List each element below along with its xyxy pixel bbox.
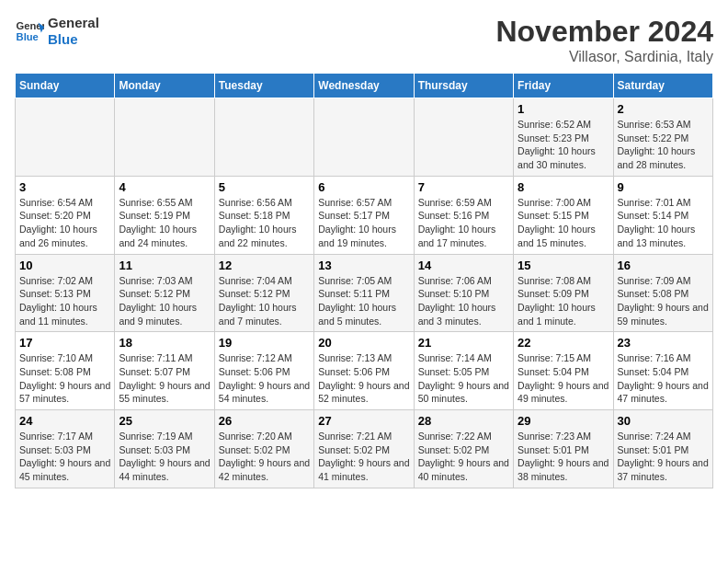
day-info: Sunrise: 7:23 AM Sunset: 5:01 PM Dayligh… [518, 430, 609, 484]
week-row-3: 10Sunrise: 7:02 AM Sunset: 5:13 PM Dayli… [16, 254, 713, 332]
calendar-body: 1Sunrise: 6:52 AM Sunset: 5:23 PM Daylig… [16, 98, 713, 488]
calendar-cell: 2Sunrise: 6:53 AM Sunset: 5:22 PM Daylig… [613, 98, 712, 177]
calendar-cell: 9Sunrise: 7:01 AM Sunset: 5:14 PM Daylig… [613, 176, 712, 254]
header-day-monday: Monday [115, 74, 214, 98]
logo-line1: General [48, 15, 99, 31]
calendar-cell [16, 98, 115, 177]
day-info: Sunrise: 7:09 AM Sunset: 5:08 PM Dayligh… [618, 274, 709, 328]
calendar-cell: 25Sunrise: 7:19 AM Sunset: 5:03 PM Dayli… [115, 410, 214, 488]
calendar-cell: 27Sunrise: 7:21 AM Sunset: 5:02 PM Dayli… [314, 410, 414, 488]
logo: General Blue General Blue [15, 15, 99, 48]
calendar-cell: 13Sunrise: 7:05 AM Sunset: 5:11 PM Dayli… [314, 254, 414, 332]
day-number: 11 [119, 259, 210, 272]
calendar-cell: 24Sunrise: 7:17 AM Sunset: 5:03 PM Dayli… [16, 410, 115, 488]
day-number: 23 [618, 336, 709, 350]
header-day-sunday: Sunday [16, 74, 115, 98]
calendar-cell: 15Sunrise: 7:08 AM Sunset: 5:09 PM Dayli… [514, 254, 613, 332]
header-day-tuesday: Tuesday [214, 74, 313, 98]
day-number: 26 [219, 414, 310, 428]
header-day-friday: Friday [514, 74, 613, 98]
day-number: 24 [19, 414, 110, 428]
calendar-cell: 14Sunrise: 7:06 AM Sunset: 5:10 PM Dayli… [414, 254, 513, 332]
day-number: 4 [119, 180, 210, 194]
calendar-cell: 28Sunrise: 7:22 AM Sunset: 5:02 PM Dayli… [414, 410, 513, 488]
title-block: November 2024 Villasor, Sardinia, Italy [495, 15, 713, 65]
calendar-cell [314, 98, 414, 177]
day-info: Sunrise: 6:56 AM Sunset: 5:18 PM Dayligh… [219, 196, 310, 250]
day-info: Sunrise: 7:02 AM Sunset: 5:13 PM Dayligh… [19, 274, 110, 328]
day-info: Sunrise: 7:21 AM Sunset: 5:02 PM Dayligh… [318, 430, 409, 484]
day-number: 18 [119, 336, 210, 350]
day-number: 9 [618, 180, 709, 194]
day-info: Sunrise: 7:16 AM Sunset: 5:04 PM Dayligh… [618, 351, 709, 406]
calendar-cell: 1Sunrise: 6:52 AM Sunset: 5:23 PM Daylig… [514, 98, 613, 177]
calendar-table: SundayMondayTuesdayWednesdayThursdayFrid… [15, 73, 713, 488]
calendar-cell [414, 98, 513, 177]
calendar-cell: 19Sunrise: 7:12 AM Sunset: 5:06 PM Dayli… [214, 332, 313, 410]
day-number: 13 [318, 259, 409, 272]
day-info: Sunrise: 7:05 AM Sunset: 5:11 PM Dayligh… [318, 274, 409, 328]
calendar-cell: 26Sunrise: 7:20 AM Sunset: 5:02 PM Dayli… [214, 410, 313, 488]
calendar-cell: 6Sunrise: 6:57 AM Sunset: 5:17 PM Daylig… [314, 176, 414, 254]
svg-text:Blue: Blue [17, 31, 39, 42]
day-info: Sunrise: 7:22 AM Sunset: 5:02 PM Dayligh… [418, 430, 509, 484]
calendar-cell: 4Sunrise: 6:55 AM Sunset: 5:19 PM Daylig… [115, 176, 214, 254]
day-number: 29 [518, 414, 609, 428]
day-info: Sunrise: 7:08 AM Sunset: 5:09 PM Dayligh… [518, 274, 609, 328]
calendar-cell: 7Sunrise: 6:59 AM Sunset: 5:16 PM Daylig… [414, 176, 513, 254]
day-number: 21 [418, 336, 509, 350]
day-number: 2 [618, 102, 709, 116]
day-info: Sunrise: 6:59 AM Sunset: 5:16 PM Dayligh… [418, 196, 509, 250]
header-day-thursday: Thursday [414, 74, 513, 98]
day-info: Sunrise: 6:53 AM Sunset: 5:22 PM Dayligh… [618, 118, 709, 172]
day-info: Sunrise: 7:15 AM Sunset: 5:04 PM Dayligh… [518, 351, 609, 406]
calendar-cell: 11Sunrise: 7:03 AM Sunset: 5:12 PM Dayli… [115, 254, 214, 332]
day-number: 19 [219, 336, 310, 350]
page-header: General Blue General Blue November 2024 … [15, 15, 713, 65]
day-number: 3 [19, 180, 110, 194]
day-info: Sunrise: 7:10 AM Sunset: 5:08 PM Dayligh… [19, 351, 110, 406]
day-info: Sunrise: 7:00 AM Sunset: 5:15 PM Dayligh… [518, 196, 609, 250]
week-row-1: 1Sunrise: 6:52 AM Sunset: 5:23 PM Daylig… [16, 98, 713, 177]
day-number: 15 [518, 259, 609, 272]
location: Villasor, Sardinia, Italy [495, 49, 713, 65]
day-info: Sunrise: 7:12 AM Sunset: 5:06 PM Dayligh… [219, 351, 310, 406]
day-number: 1 [518, 102, 609, 116]
day-info: Sunrise: 7:03 AM Sunset: 5:12 PM Dayligh… [119, 274, 210, 328]
header-day-wednesday: Wednesday [314, 74, 414, 98]
day-number: 25 [119, 414, 210, 428]
day-number: 7 [418, 180, 509, 194]
day-number: 20 [318, 336, 409, 350]
calendar-cell: 22Sunrise: 7:15 AM Sunset: 5:04 PM Dayli… [514, 332, 613, 410]
day-number: 6 [318, 180, 409, 194]
calendar-cell [115, 98, 214, 177]
day-info: Sunrise: 7:19 AM Sunset: 5:03 PM Dayligh… [119, 430, 210, 484]
calendar-cell: 8Sunrise: 7:00 AM Sunset: 5:15 PM Daylig… [514, 176, 613, 254]
day-info: Sunrise: 6:54 AM Sunset: 5:20 PM Dayligh… [19, 196, 110, 250]
day-info: Sunrise: 7:01 AM Sunset: 5:14 PM Dayligh… [618, 196, 709, 250]
day-number: 28 [418, 414, 509, 428]
calendar-cell: 30Sunrise: 7:24 AM Sunset: 5:01 PM Dayli… [613, 410, 712, 488]
day-number: 10 [19, 259, 110, 272]
day-number: 12 [219, 259, 310, 272]
day-info: Sunrise: 6:55 AM Sunset: 5:19 PM Dayligh… [119, 196, 210, 250]
day-info: Sunrise: 7:06 AM Sunset: 5:10 PM Dayligh… [418, 274, 509, 328]
day-number: 8 [518, 180, 609, 194]
calendar-header: SundayMondayTuesdayWednesdayThursdayFrid… [16, 74, 713, 98]
day-info: Sunrise: 6:57 AM Sunset: 5:17 PM Dayligh… [318, 196, 409, 250]
calendar-cell: 10Sunrise: 7:02 AM Sunset: 5:13 PM Dayli… [16, 254, 115, 332]
day-info: Sunrise: 7:24 AM Sunset: 5:01 PM Dayligh… [618, 430, 709, 484]
header-day-saturday: Saturday [613, 74, 712, 98]
calendar-cell: 17Sunrise: 7:10 AM Sunset: 5:08 PM Dayli… [16, 332, 115, 410]
calendar-cell: 3Sunrise: 6:54 AM Sunset: 5:20 PM Daylig… [16, 176, 115, 254]
day-number: 22 [518, 336, 609, 350]
calendar-cell: 5Sunrise: 6:56 AM Sunset: 5:18 PM Daylig… [214, 176, 313, 254]
month-title: November 2024 [495, 15, 713, 49]
calendar-cell: 18Sunrise: 7:11 AM Sunset: 5:07 PM Dayli… [115, 332, 214, 410]
day-number: 16 [618, 259, 709, 272]
day-number: 17 [19, 336, 110, 350]
day-number: 14 [418, 259, 509, 272]
day-number: 30 [618, 414, 709, 428]
calendar-cell: 16Sunrise: 7:09 AM Sunset: 5:08 PM Dayli… [613, 254, 712, 332]
calendar-cell: 23Sunrise: 7:16 AM Sunset: 5:04 PM Dayli… [613, 332, 712, 410]
